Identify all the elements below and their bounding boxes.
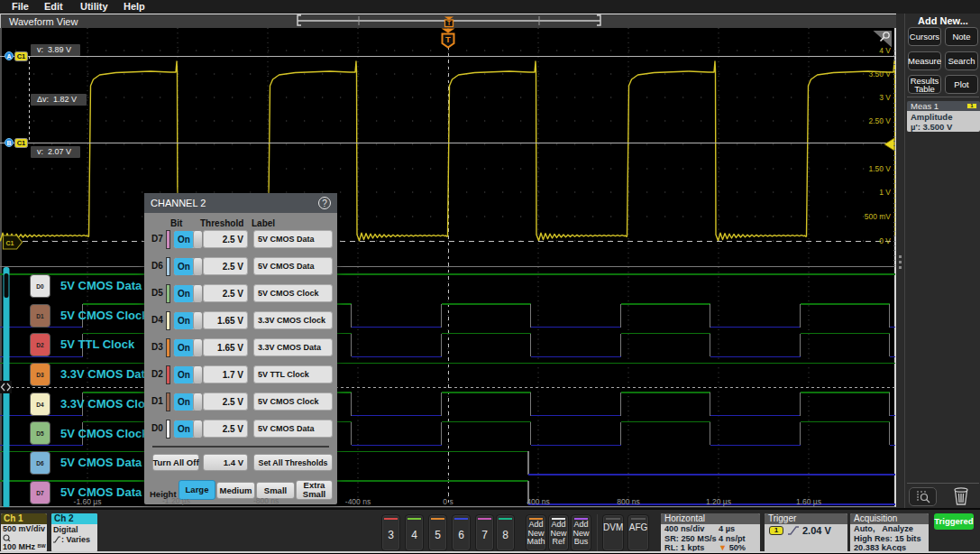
svg-text:0 V: 0 V bbox=[879, 236, 891, 245]
svg-text:400 ns: 400 ns bbox=[527, 497, 550, 506]
svg-text:1.60 µs: 1.60 µs bbox=[796, 497, 821, 506]
svg-text:500 mV: 500 mV bbox=[865, 212, 892, 221]
svg-text:2.50 V: 2.50 V bbox=[868, 116, 891, 125]
svg-text:-400 ns: -400 ns bbox=[345, 497, 371, 506]
svg-text:1 V: 1 V bbox=[879, 188, 891, 197]
svg-text:C1: C1 bbox=[6, 240, 14, 246]
svg-text:1.20 µs: 1.20 µs bbox=[706, 497, 731, 506]
svg-text:3 V: 3 V bbox=[879, 93, 891, 102]
svg-text:800 ns: 800 ns bbox=[617, 497, 640, 506]
svg-text:0 s: 0 s bbox=[443, 497, 453, 506]
svg-text:4 V: 4 V bbox=[879, 46, 891, 55]
svg-text:T: T bbox=[447, 20, 451, 26]
svg-text:3.50 V: 3.50 V bbox=[868, 69, 891, 78]
svg-text:1.50 V: 1.50 V bbox=[868, 164, 891, 173]
svg-text:T: T bbox=[445, 34, 451, 44]
